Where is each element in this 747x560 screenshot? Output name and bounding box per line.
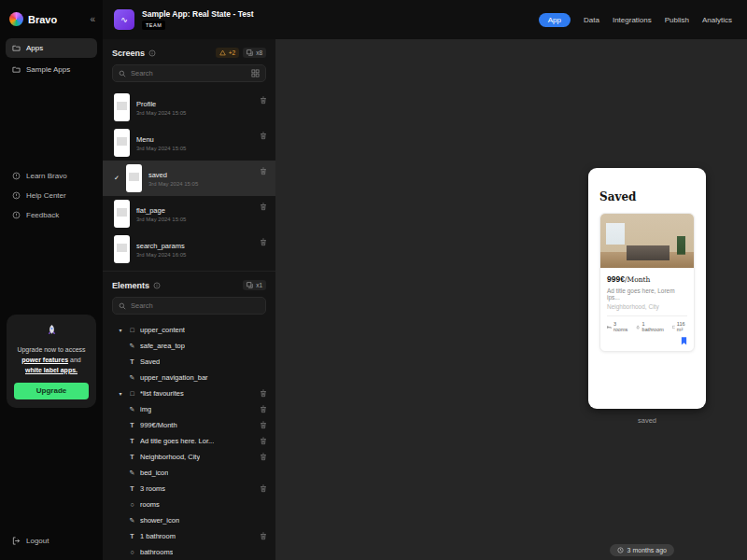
info-icon[interactable] [148,49,156,57]
screens-title: Screens [112,49,145,58]
link-icon [12,191,21,200]
screens-search [112,64,266,82]
element-tree-item[interactable]: ▾ ✎ shower_icon [103,512,275,528]
top-tab[interactable]: Analytics [702,13,732,27]
upgrade-card: Upgrade now to access power features and… [7,315,96,408]
app-icon[interactable]: ∿ [114,9,134,30]
top-tab-label: Analytics [702,16,732,24]
top-tab[interactable]: App [539,13,571,27]
element-tree-item[interactable]: ▾ T Neighborhood, City [103,449,275,465]
screens-search-input[interactable] [131,69,247,77]
delete-element-icon[interactable] [260,453,267,461]
element-tree-item[interactable]: ▾ ○ rooms [103,497,275,512]
delete-element-icon[interactable] [260,484,267,493]
screen-date: 3rd May 2024 15:05 [148,181,198,187]
sidebar: Bravo « Apps Sample Apps Learn Bravo [0,0,103,560]
element-tree-item[interactable]: ▾ ○ bathrooms [103,544,275,560]
sidebar-nav-label: Apps [26,44,43,52]
screens-count-badge: x8 [243,48,266,58]
top-tab[interactable]: Publish [665,13,689,27]
sidebar-link[interactable]: Help Center [0,186,103,205]
sidebar-link-label: Help Center [26,191,66,200]
selected-check-icon: ✓ [114,175,120,182]
element-tree-item[interactable]: ▾ □ upper_content [103,322,275,338]
element-tree-item[interactable]: ▾ T 3 rooms [103,481,275,497]
white-label-link[interactable]: white label apps. [25,367,78,373]
sidebar-nav-item[interactable]: Apps [6,38,97,58]
delete-screen-icon[interactable] [260,238,267,246]
delete-screen-icon[interactable] [260,132,267,140]
element-tree-item[interactable]: ▾ ✎ safe_area_top [103,338,275,354]
chevron-down-icon[interactable]: ▾ [117,327,124,333]
listing-title: Ad title goes here, Lorem ips... [607,287,687,301]
screen-list-item[interactable]: ✓ saved 3rd May 2024 15:05 [103,161,275,196]
app-title: Sample App: Real State - Test [142,9,254,19]
element-name: Ad title goes here. Lor... [140,437,214,445]
screens-list: ✓ Profile 3rd May 2024 15:05 ✓ [103,90,275,267]
element-tree-item[interactable]: ▾ T Ad title goes here. Lor... [103,433,275,449]
screen-list-item[interactable]: ✓ Menu 3rd May 2024 15:05 [103,125,275,161]
warning-icon [219,49,226,56]
element-tree-item[interactable]: ▾ ✎ upper_navigation_bar [103,370,275,385]
elements-title: Elements [112,281,149,290]
screens-elements-panel: Screens +2 x8 [103,39,275,560]
power-features-link[interactable]: power features [21,357,68,363]
sidebar-link[interactable]: Learn Bravo [0,166,103,186]
listing-card: 999€/Month Ad title goes here, Lorem ips… [599,213,695,352]
delete-element-icon[interactable] [260,532,267,540]
element-tree-item[interactable]: ▾ T 999€/Month [103,417,275,433]
element-tree-item[interactable]: ▾ ✎ bed_icon [103,465,275,481]
delete-element-icon[interactable] [260,389,267,398]
bed-icon [607,325,612,329]
screen-date: 3rd May 2024 15:05 [136,110,186,116]
preview-screen-title: Saved [599,190,695,203]
delete-screen-icon[interactable] [260,203,267,211]
screen-list-item[interactable]: ✓ Profile 3rd May 2024 15:05 [103,90,275,125]
logout-button[interactable]: Logout [0,527,103,560]
canvas[interactable]: Saved 999€/Month Ad title goes here, Lor… [275,39,747,560]
listing-photo [600,214,694,268]
element-tree-item[interactable]: ▾ ✎ img [103,401,275,417]
element-type-icon: □ [128,390,136,397]
screen-date: 3rd May 2024 15:05 [136,146,186,151]
chevron-down-icon[interactable]: ▾ [117,390,124,397]
upgrade-button[interactable]: Upgrade [14,383,89,399]
delete-element-icon[interactable] [260,437,267,445]
element-type-icon: ○ [128,501,136,508]
folder-icon [12,44,21,52]
delete-screen-icon[interactable] [260,167,267,175]
element-tree-item[interactable]: ▾ T Saved [103,354,275,370]
link-icon [12,172,21,180]
elements-tree: ▾ □ upper_content ▾ ✎ safe_area_top [103,322,275,560]
phone-preview[interactable]: Saved 999€/Month Ad title goes here, Lor… [588,168,706,409]
delete-element-icon[interactable] [260,421,267,429]
element-tree-item[interactable]: ▾ □ *list favourites [103,385,275,401]
app-root: Bravo « Apps Sample Apps Learn Bravo [0,0,747,560]
grid-view-icon[interactable] [251,69,260,77]
folder-icon [12,65,21,74]
upgrade-text: Upgrade now to access power features and… [14,345,89,376]
elements-search [112,297,266,315]
elements-search-input[interactable] [131,301,260,310]
element-type-icon: □ [128,327,136,333]
bravo-logo-icon [9,12,23,26]
clock-icon [617,547,624,553]
sidebar-nav-item[interactable]: Sample Apps [6,60,97,79]
element-tree-item[interactable]: ▾ T 1 bathroom [103,528,275,544]
area-icon [672,325,675,329]
sidebar-collapse-button[interactable]: « [90,14,95,24]
screen-list-item[interactable]: ✓ search_params 3rd May 2024 16:05 [103,231,275,267]
elements-header: Elements x1 [103,271,275,297]
elements-count-badge: x1 [243,280,266,290]
top-tab[interactable]: Integrations [613,13,652,27]
screen-name: flat_page [136,206,186,215]
top-tab[interactable]: Data [584,13,599,27]
info-icon[interactable] [153,282,161,289]
delete-element-icon[interactable] [260,405,267,413]
delete-screen-icon[interactable] [260,96,267,105]
screen-list-item[interactable]: ✓ flat_page 3rd May 2024 15:05 [103,196,275,231]
sidebar-link[interactable]: Feedback [0,205,103,225]
bookmark-icon [681,337,687,345]
element-name: bed_icon [140,469,168,477]
screens-limit-badge: +2 [216,48,239,58]
